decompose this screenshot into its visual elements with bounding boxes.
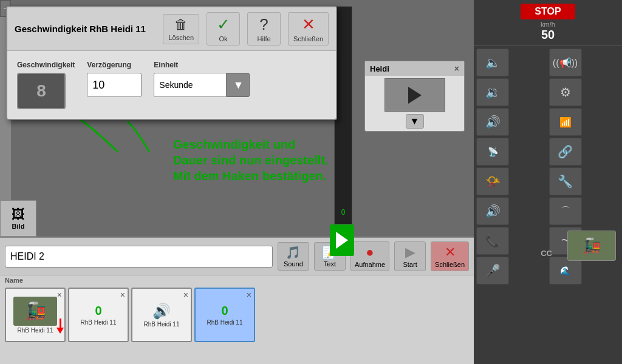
annotation-line3: Mit dem Haken bestätigen. — [173, 168, 329, 184]
heidi-thumbnail — [384, 78, 445, 112]
close-icon: ✕ — [302, 15, 315, 34]
ok-icon: ✓ — [217, 15, 230, 34]
dialog-body: Geschwindigkeit 8 Verzögerung Einheit Se… — [7, 51, 336, 119]
rp-btn-vol-down[interactable]: 🔉 — [476, 78, 509, 106]
sound-add-icon: 🎵 — [285, 245, 301, 260]
dropdown-arrow-icon[interactable]: ▼ — [227, 73, 250, 97]
cc-label: CC — [541, 249, 552, 258]
rp-btn-horn[interactable]: 📯 — [476, 167, 509, 195]
rp-btn-speaker1[interactable]: 🔈 — [476, 49, 509, 76]
slot-4-label: RhB Heidi 11 — [207, 319, 243, 326]
bild-label: Bild — [12, 223, 25, 230]
bottom-panel: 🎵 Sound 📝 Text ● Aufnahme ▶ Start ✕ Schl… — [0, 237, 474, 364]
rp-btn-speaker2[interactable]: ((📢)) — [549, 49, 582, 76]
slot-4-close[interactable]: × — [247, 290, 251, 300]
close-label: Schließen — [293, 35, 323, 42]
slot-4-number: 0 — [221, 304, 228, 318]
loco-image: 🚂 — [567, 231, 616, 261]
rp-btn-chain[interactable]: 🔗 — [549, 138, 582, 166]
delay-label: Verzögerung — [87, 61, 142, 69]
right-panel: STOP km/h 50 🔈 ((📢)) 🔉 ⚙ 🔊 📶 📡 🔗 📯 🔧 🔊 ⌒… — [474, 0, 622, 364]
slot-1-close[interactable]: × — [57, 290, 62, 300]
text-label: Text — [324, 260, 336, 268]
unit-select[interactable]: Sekunde Minute — [154, 73, 227, 97]
slot-2-number: 0 — [95, 304, 101, 318]
slot-3-sound-icon: 🔊 — [152, 303, 171, 320]
bottom-close-button[interactable]: ✕ Schließen — [431, 241, 469, 271]
unit-dropdown-container: Sekunde Minute ▼ — [154, 73, 250, 97]
slot-3[interactable]: × 🔊 RhB Heidi 11 — [131, 288, 192, 342]
slot-2[interactable]: × 0 RhB Heidi 11 — [68, 288, 129, 342]
play-triangle-icon — [408, 87, 422, 104]
slot-4[interactable]: × 0 RhB Heidi 11 — [194, 288, 255, 342]
dialog-titlebar: Geschwindigkeit RhB Heidi 11 🗑 Löschen ✓… — [7, 7, 336, 51]
name-field-label: Name — [5, 277, 23, 284]
speed-value-box[interactable]: 8 — [17, 73, 66, 109]
annotation-line1: Geschwindigkeit und — [173, 136, 329, 152]
bottom-toolbar: 🎵 Sound 📝 Text ● Aufnahme ▶ Start ✕ Schl… — [0, 238, 474, 275]
unit-field-group: Einheit Sekunde Minute ▼ — [154, 61, 250, 97]
unit-label: Einheit — [154, 61, 250, 69]
record-icon: ● — [366, 244, 374, 260]
slot-2-label: RhB Heidi 11 — [81, 319, 117, 326]
slot-1-label: RhB Heidi 11 — [18, 327, 53, 334]
help-button[interactable]: ? Hilfe — [247, 12, 281, 46]
slots-container: × 🚂 RhB Heidi 11 × 0 RhB Heidi 11 × 🔊 Rh… — [0, 285, 474, 346]
rp-btn-mic[interactable]: 🎤 — [476, 257, 509, 285]
stop-area: STOP km/h 50 — [474, 0, 622, 46]
rp-btn-signal[interactable]: 📡 — [476, 138, 509, 166]
rp-btn-curve[interactable]: ⌒ — [549, 197, 582, 225]
sound-label: Sound — [284, 260, 303, 268]
record-button[interactable]: ● Aufnahme — [350, 241, 389, 271]
annotation-text: Geschwindigkeit und Dauer sind nun einge… — [173, 136, 329, 184]
help-icon: ? — [259, 15, 268, 34]
close-button[interactable]: ✕ Schließen — [288, 12, 329, 46]
heidi-popup: Heidi × ▼ — [364, 61, 465, 132]
help-label: Hilfe — [258, 35, 271, 42]
speed-label: Geschwindigkeit — [17, 61, 75, 69]
name-input[interactable] — [5, 246, 273, 268]
record-label: Aufnahme — [355, 261, 385, 268]
slot-3-close[interactable]: × — [183, 290, 188, 300]
bild-button[interactable]: 🖼 Bild — [0, 200, 36, 237]
main-area: − + 🖼 Bild ☞ Hand-betrieb Geschwindigkei… — [0, 0, 474, 364]
kmh-label: km/h — [541, 21, 555, 28]
rp-btn-wifi[interactable]: 📶 — [549, 108, 582, 136]
delete-button[interactable]: 🗑 Löschen — [163, 14, 199, 44]
slot-1[interactable]: × 🚂 RhB Heidi 11 — [5, 288, 66, 342]
heidi-popup-close-button[interactable]: × — [454, 64, 459, 73]
bottom-close-label: Schließen — [435, 261, 465, 268]
green-play-button[interactable] — [330, 224, 354, 256]
rp-btn-phone[interactable]: 📞 — [476, 227, 509, 255]
slot-2-close[interactable]: × — [120, 290, 125, 300]
delete-label: Löschen — [168, 34, 194, 41]
bild-icon: 🖼 — [12, 207, 25, 223]
annotation-line2: Dauer sind nun eingestellt. — [173, 152, 329, 168]
heidi-popup-title-label: Heidi — [370, 64, 389, 73]
ok-label: Ok — [219, 35, 228, 42]
delay-field-group: Verzögerung — [87, 61, 142, 97]
rp-btn-gear[interactable]: ⚙ — [549, 78, 582, 106]
start-button[interactable]: ▶ Start — [394, 241, 426, 271]
heidi-down-button[interactable]: ▼ — [406, 114, 424, 129]
speed-value-display: 50 — [541, 28, 555, 42]
slot-3-label: RhB Heidi 11 — [144, 321, 180, 328]
rp-btn-vol-up[interactable]: 🔊 — [476, 197, 509, 225]
delete-icon: 🗑 — [174, 17, 188, 33]
ok-button[interactable]: ✓ Ok — [207, 12, 240, 46]
name-label-row: Name — [0, 275, 474, 285]
heidi-popup-titlebar: Heidi × — [365, 61, 464, 76]
start-label: Start — [403, 261, 417, 268]
speed-field-group: Geschwindigkeit 8 — [17, 61, 75, 109]
rp-btn-wrench[interactable]: 🔧 — [549, 167, 582, 195]
sound-button[interactable]: 🎵 Sound — [278, 242, 309, 271]
speed-value: 8 — [36, 81, 46, 101]
start-icon: ▶ — [405, 244, 415, 260]
slot-1-image: 🚂 — [13, 297, 57, 326]
dialog-title: Geschwindigkeit RhB Heidi 11 — [15, 24, 146, 34]
delay-input[interactable] — [87, 73, 142, 97]
speed-dialog: Geschwindigkeit RhB Heidi 11 🗑 Löschen ✓… — [6, 6, 337, 120]
bottom-close-icon: ✕ — [445, 244, 456, 260]
heidi-popup-body: ▼ — [365, 76, 464, 131]
rp-btn-speaker3[interactable]: 🔊 — [476, 108, 509, 136]
